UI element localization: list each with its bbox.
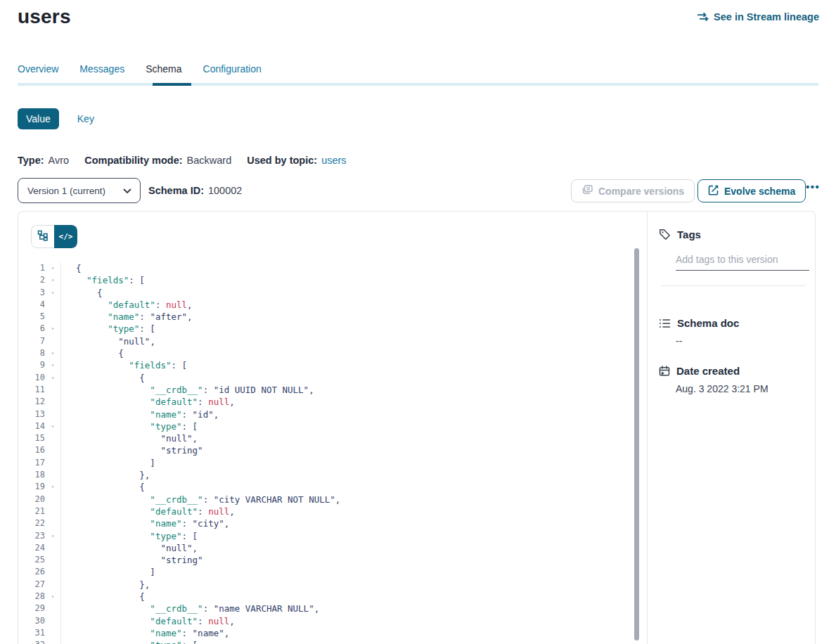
schema-page: users See in Stream lineage Overview Mes…: [0, 0, 836, 644]
line-number: 22: [18, 517, 45, 529]
line-number: 17: [18, 457, 45, 469]
line-number: 16: [18, 444, 45, 456]
gutter: 16: [18, 444, 61, 456]
compatibility-value: Backward: [187, 155, 232, 166]
fold-toggle-icon[interactable]: ▾: [45, 287, 60, 299]
fold-toggle-icon[interactable]: ▾: [45, 347, 60, 359]
code-line-text: {: [61, 347, 124, 359]
schema-doc-heading-label: Schema doc: [677, 317, 739, 329]
tab-bar: Overview Messages Schema Configuration: [18, 63, 262, 75]
gutter: 20: [18, 494, 61, 505]
fold-toggle-icon[interactable]: ▾: [45, 530, 60, 542]
code-line: 32▾ "type": [: [18, 639, 646, 644]
fold-toggle-icon[interactable]: ▾: [45, 639, 60, 644]
gutter: 27: [18, 579, 61, 591]
code-editor[interactable]: 1▾{2▾ "fields": [3▾ {4 "default": null,5…: [18, 262, 646, 644]
code-line: 11 "__crdb__": "id UUID NOT NULL",: [18, 384, 646, 396]
meta-topic: Used by topic: users: [247, 155, 346, 166]
line-number: 31: [18, 627, 45, 639]
more-options-button[interactable]: •••: [806, 181, 820, 193]
value-key-toggle: Value Key: [18, 108, 94, 129]
code-line: 14▾ "type": [: [18, 420, 646, 432]
gutter: 12: [18, 396, 61, 408]
code-line-text: "type": [: [61, 323, 155, 335]
gutter: 6▾: [18, 323, 61, 335]
code-line-text: {: [61, 591, 145, 603]
code-line-text: "__crdb__": "city VARCHAR NOT NULL",: [61, 494, 340, 505]
gutter: 29: [18, 603, 61, 614]
key-toggle-link[interactable]: Key: [77, 113, 94, 124]
code-line: 6▾ "type": [: [18, 323, 646, 335]
code-editor-lines: 1▾{2▾ "fields": [3▾ {4 "default": null,5…: [18, 262, 646, 644]
line-number: 15: [18, 432, 45, 444]
gutter: 17: [18, 457, 61, 469]
list-icon: [659, 318, 671, 329]
line-number: 6: [18, 323, 45, 335]
add-tags-input[interactable]: [676, 251, 809, 271]
tab-overview[interactable]: Overview: [18, 63, 58, 75]
line-number: 14: [18, 420, 45, 432]
fold-toggle-icon[interactable]: ▾: [45, 481, 60, 493]
fold-toggle-icon[interactable]: ▾: [45, 274, 60, 286]
line-number: 29: [18, 603, 45, 614]
gutter: 1▾: [18, 262, 61, 274]
code-line: 2▾ "fields": [: [18, 274, 646, 286]
fold-toggle-icon[interactable]: ▾: [45, 262, 60, 274]
line-number: 7: [18, 335, 45, 347]
evolve-schema-button[interactable]: Evolve schema: [697, 179, 806, 202]
compatibility-label: Compatibility mode:: [84, 155, 182, 166]
see-in-stream-lineage-link[interactable]: See in Stream lineage: [697, 11, 819, 22]
gutter: 32▾: [18, 639, 61, 644]
tab-schema[interactable]: Schema: [146, 63, 181, 75]
fold-spacer: [45, 517, 60, 529]
evolve-schema-label: Evolve schema: [724, 186, 795, 197]
gutter: 18: [18, 469, 61, 481]
tab-configuration[interactable]: Configuration: [203, 63, 262, 75]
code-line-text: {: [61, 481, 145, 493]
fold-toggle-icon[interactable]: ▾: [45, 372, 60, 384]
tab-messages[interactable]: Messages: [79, 63, 124, 75]
schema-sidebar: Tags Schema doc --: [647, 212, 816, 644]
fold-toggle-icon[interactable]: ▾: [45, 323, 60, 335]
tree-view-button[interactable]: [31, 225, 54, 248]
version-select[interactable]: Version 1 (current): [18, 178, 141, 203]
fold-toggle-icon[interactable]: ▾: [45, 591, 60, 603]
code-line: 19▾ {: [18, 481, 646, 493]
line-number: 30: [18, 615, 45, 627]
gutter: 26: [18, 566, 61, 578]
lineage-link-label: See in Stream lineage: [714, 11, 819, 22]
code-line: 16 "string": [18, 444, 646, 456]
gutter: 28▾: [18, 591, 61, 603]
version-controls-row: Version 1 (current) Schema ID: 100002 Co…: [0, 178, 836, 203]
fold-toggle-icon[interactable]: ▾: [45, 359, 60, 371]
fold-spacer: [45, 566, 60, 578]
fold-spacer: [45, 469, 60, 481]
code-line-text: "string": [61, 444, 203, 456]
fold-spacer: [45, 444, 60, 456]
code-line-text: "__crdb__": "name VARCHAR NULL",: [61, 603, 319, 614]
version-select-value: Version 1 (current): [27, 186, 105, 196]
topic-link[interactable]: users: [321, 155, 346, 166]
gutter: 15: [18, 432, 61, 444]
code-line-text: "default": null,: [61, 505, 235, 517]
fold-spacer: [45, 627, 60, 639]
line-number: 5: [18, 311, 45, 323]
code-line: 18 },: [18, 469, 646, 481]
code-line: 23▾ "type": [: [18, 530, 646, 542]
used-by-topic-label: Used by topic:: [247, 155, 317, 166]
editor-scrollbar-thumb[interactable]: [634, 248, 639, 640]
schema-detail-card: </> 1▾{2▾ "fields": [3▾ {4 "default": nu…: [18, 211, 816, 644]
code-line-text: "null",: [61, 432, 198, 444]
code-line: 13 "name": "id",: [18, 408, 646, 420]
value-toggle-button[interactable]: Value: [18, 108, 59, 129]
fold-spacer: [45, 603, 60, 614]
fold-spacer: [45, 396, 60, 408]
code-view-button[interactable]: </>: [54, 225, 77, 248]
stream-lineage-icon: [697, 12, 709, 22]
tree-view-icon: [37, 230, 49, 244]
line-number: 12: [18, 396, 45, 408]
compare-versions-button[interactable]: Compare versions: [571, 179, 695, 202]
fold-toggle-icon[interactable]: ▾: [45, 420, 60, 432]
tab-track: [18, 83, 818, 86]
code-line: 31 "name": "name",: [18, 627, 646, 639]
